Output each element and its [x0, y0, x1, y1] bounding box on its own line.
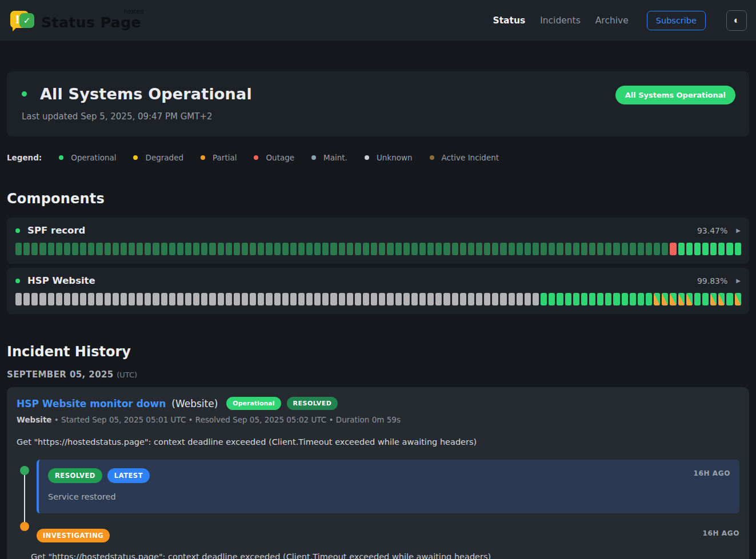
- uptime-bar[interactable]: [290, 293, 297, 305]
- uptime-bar[interactable]: [290, 243, 297, 255]
- uptime-bar[interactable]: [64, 243, 70, 255]
- uptime-bar[interactable]: [565, 293, 571, 305]
- uptime-bar[interactable]: [153, 243, 159, 255]
- uptime-bar[interactable]: [443, 243, 450, 255]
- uptime-bar[interactable]: [557, 293, 563, 305]
- uptime-bar[interactable]: [525, 293, 531, 305]
- uptime-bar[interactable]: [646, 293, 652, 305]
- uptime-bar[interactable]: [484, 293, 490, 305]
- theme-toggle-button[interactable]: ◐: [726, 10, 747, 31]
- uptime-bar[interactable]: [129, 293, 135, 305]
- uptime-bar[interactable]: [322, 243, 329, 255]
- expand-chevron-icon[interactable]: ▶: [736, 227, 741, 234]
- uptime-bar[interactable]: [460, 293, 466, 305]
- uptime-bar[interactable]: [622, 243, 628, 255]
- uptime-bar[interactable]: [662, 293, 668, 305]
- uptime-bar[interactable]: [193, 293, 199, 305]
- uptime-bar[interactable]: [525, 243, 531, 255]
- uptime-bar[interactable]: [250, 243, 256, 255]
- uptime-bar[interactable]: [161, 243, 167, 255]
- uptime-bar[interactable]: [411, 243, 418, 255]
- incident-title-link[interactable]: HSP Website monitor down: [17, 398, 166, 409]
- uptime-bar[interactable]: [613, 293, 619, 305]
- uptime-bar[interactable]: [533, 293, 539, 305]
- uptime-bar[interactable]: [541, 243, 547, 255]
- uptime-bar[interactable]: [242, 293, 248, 305]
- uptime-bar[interactable]: [88, 293, 94, 305]
- uptime-bar[interactable]: [517, 243, 523, 255]
- uptime-bar[interactable]: [694, 293, 701, 305]
- uptime-bar[interactable]: [185, 293, 191, 305]
- uptime-bar[interactable]: [630, 243, 636, 255]
- uptime-bar[interactable]: [670, 293, 676, 305]
- uptime-bar[interactable]: [121, 243, 127, 255]
- uptime-bar[interactable]: [686, 293, 693, 305]
- uptime-bar[interactable]: [226, 243, 232, 255]
- uptime-bar[interactable]: [694, 243, 701, 255]
- uptime-bar[interactable]: [169, 293, 175, 305]
- uptime-bar[interactable]: [137, 293, 143, 305]
- uptime-bar[interactable]: [589, 293, 595, 305]
- uptime-bar[interactable]: [64, 293, 70, 305]
- uptime-bar[interactable]: [726, 243, 733, 255]
- uptime-bar[interactable]: [484, 243, 490, 255]
- uptime-bar[interactable]: [517, 293, 523, 305]
- uptime-bar[interactable]: [56, 243, 62, 255]
- uptime-bar[interactable]: [726, 293, 733, 305]
- uptime-bar[interactable]: [339, 293, 345, 305]
- uptime-bar[interactable]: [80, 243, 86, 255]
- uptime-bar[interactable]: [371, 293, 377, 305]
- uptime-bar[interactable]: [363, 293, 369, 305]
- uptime-bar[interactable]: [266, 243, 272, 255]
- uptime-bar[interactable]: [371, 243, 377, 255]
- uptime-bar[interactable]: [23, 293, 30, 305]
- uptime-bar[interactable]: [395, 243, 402, 255]
- uptime-bar[interactable]: [15, 243, 22, 255]
- uptime-bar[interactable]: [88, 243, 94, 255]
- uptime-bar[interactable]: [56, 293, 62, 305]
- uptime-bar[interactable]: [274, 243, 281, 255]
- uptime-bar[interactable]: [48, 243, 54, 255]
- uptime-bar[interactable]: [710, 293, 717, 305]
- uptime-bar[interactable]: [403, 293, 410, 305]
- uptime-bar[interactable]: [646, 243, 652, 255]
- uptime-bar[interactable]: [234, 293, 240, 305]
- uptime-bar[interactable]: [557, 243, 563, 255]
- uptime-bar[interactable]: [605, 293, 611, 305]
- uptime-bar[interactable]: [605, 243, 611, 255]
- uptime-bar[interactable]: [460, 243, 466, 255]
- uptime-bar[interactable]: [48, 293, 54, 305]
- uptime-bar[interactable]: [39, 243, 46, 255]
- uptime-bar[interactable]: [209, 243, 215, 255]
- uptime-bar[interactable]: [589, 243, 595, 255]
- uptime-bar[interactable]: [31, 243, 38, 255]
- uptime-bar[interactable]: [500, 243, 506, 255]
- uptime-bar[interactable]: [330, 293, 337, 305]
- uptime-bar[interactable]: [266, 293, 272, 305]
- uptime-bar[interactable]: [218, 293, 224, 305]
- uptime-bar[interactable]: [500, 293, 506, 305]
- uptime-bar[interactable]: [258, 293, 264, 305]
- uptime-bar[interactable]: [282, 243, 289, 255]
- uptime-bar[interactable]: [105, 243, 111, 255]
- uptime-bar[interactable]: [403, 243, 410, 255]
- uptime-bar[interactable]: [177, 243, 183, 255]
- uptime-bar[interactable]: [347, 243, 353, 255]
- uptime-bar[interactable]: [573, 243, 579, 255]
- uptime-bar[interactable]: [169, 243, 175, 255]
- uptime-bar[interactable]: [549, 243, 555, 255]
- uptime-bar[interactable]: [435, 293, 442, 305]
- uptime-bar[interactable]: [218, 243, 224, 255]
- uptime-bar[interactable]: [686, 243, 693, 255]
- uptime-bar[interactable]: [379, 293, 385, 305]
- uptime-bar[interactable]: [735, 243, 741, 255]
- uptime-bar[interactable]: [476, 293, 482, 305]
- uptime-bar[interactable]: [452, 243, 458, 255]
- uptime-bar[interactable]: [363, 243, 369, 255]
- uptime-bar[interactable]: [72, 293, 78, 305]
- uptime-bar[interactable]: [435, 243, 442, 255]
- uptime-bar[interactable]: [452, 293, 458, 305]
- uptime-bar[interactable]: [274, 293, 281, 305]
- uptime-bar[interactable]: [411, 293, 418, 305]
- uptime-bar[interactable]: [492, 243, 498, 255]
